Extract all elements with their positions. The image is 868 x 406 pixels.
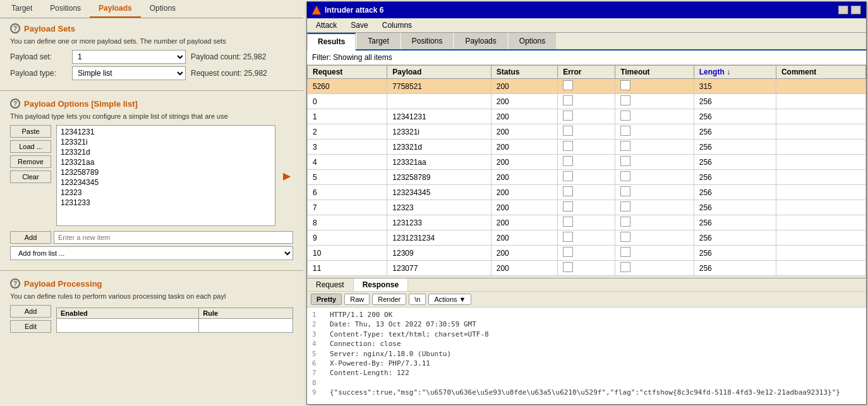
table-row[interactable]: 1 12341231 200 256 (308, 109, 866, 124)
timeout-checkbox[interactable] (620, 247, 630, 257)
newline-button[interactable]: \n (409, 294, 426, 305)
response-content: 1HTTP/1.1 200 OK2Date: Thu, 13 Oct 2022 … (307, 307, 866, 404)
tab-options[interactable]: Options (141, 0, 184, 18)
add-item-input[interactable] (54, 231, 293, 244)
table-row[interactable]: 3 123321d 200 256 (308, 140, 866, 155)
minimize-button[interactable]: – (838, 6, 848, 15)
error-checkbox[interactable] (563, 262, 573, 272)
payload-list-box[interactable]: 12341231 123321i 123321d 123321aa 123258… (56, 125, 275, 226)
table-row[interactable]: 0 200 256 (308, 94, 866, 109)
timeout-checkbox[interactable] (620, 156, 630, 166)
proc-add-button[interactable]: Add (10, 305, 51, 318)
add-from-list-select[interactable]: Add from list ... (10, 246, 293, 260)
menu-columns[interactable]: Columns (376, 20, 418, 31)
col-status[interactable]: Status (491, 66, 557, 79)
error-checkbox[interactable] (563, 110, 573, 121)
col-error[interactable]: Error (558, 66, 615, 79)
cell-comment (776, 170, 865, 185)
resp-line: 5Server: nginx/1.18.0 (Ubuntu) (312, 349, 861, 359)
error-checkbox[interactable] (563, 232, 573, 242)
table-row[interactable]: 8 1231233 200 256 (308, 215, 866, 230)
col-length[interactable]: Length ↓ (694, 66, 776, 79)
cell-timeout (615, 155, 694, 170)
table-row[interactable]: 7 12323 200 256 (308, 200, 866, 215)
error-checkbox[interactable] (563, 95, 573, 105)
timeout-checkbox[interactable] (620, 217, 630, 227)
cell-error (558, 109, 615, 124)
remove-button[interactable]: Remove (10, 155, 51, 168)
tab-target[interactable]: Target (357, 33, 399, 49)
tab-payloads[interactable]: Payloads (90, 0, 141, 18)
table-row[interactable]: 10 12309 200 256 (308, 246, 866, 261)
payload-set-select[interactable]: 1 (72, 50, 186, 64)
menu-attack[interactable]: Attack (310, 20, 343, 31)
error-checkbox[interactable] (563, 217, 573, 227)
timeout-checkbox[interactable] (620, 95, 630, 105)
tab-request[interactable]: Request (307, 278, 354, 291)
tab-payloads[interactable]: Payloads (454, 33, 507, 49)
payload-options-icon: ? (10, 99, 20, 109)
table-row[interactable]: 5260 7758521 200 315 (308, 79, 866, 94)
timeout-checkbox[interactable] (620, 141, 630, 151)
col-payload[interactable]: Payload (387, 66, 491, 79)
error-checkbox[interactable] (563, 141, 573, 151)
table-row[interactable]: 2 123321i 200 256 (308, 124, 866, 140)
render-button[interactable]: Render (372, 294, 406, 305)
cell-status: 200 (491, 200, 557, 215)
timeout-checkbox[interactable] (620, 80, 630, 90)
table-row[interactable]: 9 1231231234 200 256 (308, 230, 866, 246)
col-timeout[interactable]: Timeout (615, 66, 694, 79)
timeout-checkbox[interactable] (620, 171, 630, 181)
error-checkbox[interactable] (563, 186, 573, 196)
clear-button[interactable]: Clear (10, 170, 51, 183)
error-checkbox[interactable] (563, 247, 573, 257)
tab-results[interactable]: Results (307, 33, 356, 51)
col-comment[interactable]: Comment (776, 66, 865, 79)
error-checkbox[interactable] (563, 80, 573, 90)
tab-response[interactable]: Response (354, 278, 408, 291)
cell-comment (776, 140, 865, 155)
table-row[interactable]: 4 123321aa 200 256 (308, 155, 866, 170)
cell-comment (776, 261, 865, 276)
tab-positions[interactable]: Positions (401, 33, 454, 49)
load-button[interactable]: Load ... (10, 140, 51, 153)
results-table-container[interactable]: Request Payload Status Error Timeout Len… (307, 65, 866, 278)
table-row[interactable]: 6 123234345 200 256 (308, 185, 866, 200)
cell-payload: 123321d (387, 140, 491, 155)
error-checkbox[interactable] (563, 126, 573, 136)
table-row[interactable]: 11 123077 200 256 (308, 261, 866, 276)
cell-error (558, 200, 615, 215)
tab-positions[interactable]: Positions (41, 0, 90, 18)
timeout-checkbox[interactable] (620, 232, 630, 242)
cell-timeout (615, 230, 694, 246)
error-checkbox[interactable] (563, 171, 573, 181)
raw-button[interactable]: Raw (344, 294, 370, 305)
timeout-checkbox[interactable] (620, 201, 630, 212)
cell-length: 256 (694, 246, 776, 261)
error-checkbox[interactable] (563, 201, 573, 212)
tab-target[interactable]: Target (3, 0, 41, 18)
actions-button[interactable]: Actions ▼ (428, 294, 471, 305)
tab-options[interactable]: Options (509, 33, 556, 49)
cell-comment (776, 79, 865, 94)
payload-type-select[interactable]: Simple list (72, 66, 186, 80)
timeout-checkbox[interactable] (620, 262, 630, 272)
add-button[interactable]: Add (10, 231, 51, 244)
timeout-checkbox[interactable] (620, 110, 630, 121)
paste-button[interactable]: Paste (10, 125, 51, 138)
maximize-button[interactable]: □ (851, 6, 861, 15)
cell-error (558, 170, 615, 185)
menu-save[interactable]: Save (344, 20, 374, 31)
proc-edit-button[interactable]: Edit (10, 320, 51, 333)
timeout-checkbox[interactable] (620, 126, 630, 136)
cell-length: 256 (694, 215, 776, 230)
cell-request: 3 (308, 140, 387, 155)
col-request[interactable]: Request (308, 66, 387, 79)
cell-payload: 123321i (387, 124, 491, 140)
cell-error (558, 215, 615, 230)
timeout-checkbox[interactable] (620, 186, 630, 196)
payload-type-row: Payload type: Simple list Request count:… (10, 66, 293, 80)
table-row[interactable]: 5 123258789 200 256 (308, 170, 866, 185)
error-checkbox[interactable] (563, 156, 573, 166)
pretty-button[interactable]: Pretty (311, 294, 342, 305)
